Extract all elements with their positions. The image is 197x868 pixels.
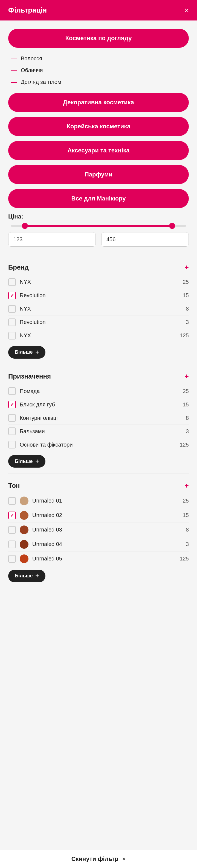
brand-checkbox-1[interactable] xyxy=(8,292,16,299)
tone-item-0: Unrnaled 01 25 xyxy=(8,494,189,508)
brand-checkbox-2[interactable] xyxy=(8,305,16,313)
purpose-label-3: Бальзами xyxy=(20,428,183,435)
sub-item-2: — Догляд за тілом xyxy=(11,76,189,88)
tone-section: Тон + Unrnaled 01 25 Unrnaled 02 15 Unrn… xyxy=(8,482,189,585)
purpose-item-0: Помада 25 xyxy=(8,384,189,398)
purpose-add-icon[interactable]: + xyxy=(185,373,189,380)
purpose-more-icon: + xyxy=(35,458,39,464)
category-btn-2[interactable]: Корейська косметика xyxy=(8,117,189,136)
tone-count-1: 15 xyxy=(183,512,189,518)
brand-count-1: 15 xyxy=(183,292,189,299)
brand-count-4: 125 xyxy=(180,332,189,339)
sub-item-label-2[interactable]: Догляд за тілом xyxy=(21,79,61,85)
tone-checkbox-0[interactable] xyxy=(8,497,16,505)
brand-label-0: NYX xyxy=(20,279,180,285)
sub-item-label-1[interactable]: Обличчя xyxy=(21,67,43,73)
price-label: Ціна: xyxy=(8,213,189,220)
purpose-item-3: Бальзами 3 xyxy=(8,425,189,438)
tone-label-3: Unrnaled 04 xyxy=(32,541,183,547)
reset-label[interactable]: Скинути фільтр xyxy=(72,856,118,863)
tone-checkbox-4[interactable] xyxy=(8,555,16,563)
purpose-checkbox-0[interactable] xyxy=(8,387,16,395)
divider-2 xyxy=(8,364,189,365)
category-btn-4[interactable]: Парфуми xyxy=(8,165,189,184)
brand-title: Бренд xyxy=(8,264,29,271)
brand-label-4: NYX xyxy=(20,332,177,339)
category-btn-3[interactable]: Аксесуари та техніка xyxy=(8,141,189,160)
brand-label-1: Revolution xyxy=(20,292,180,299)
brand-more-label: Більше xyxy=(15,349,33,355)
tone-label-1: Unrnaled 02 xyxy=(32,512,180,518)
purpose-label-2: Контурні олівці xyxy=(20,415,183,421)
brand-section-header: Бренд + xyxy=(8,264,189,271)
tone-more-icon: + xyxy=(35,573,39,579)
purpose-count-3: 3 xyxy=(186,428,189,435)
purpose-item-1: Блиск для губ 15 xyxy=(8,398,189,411)
purpose-title: Призначення xyxy=(8,373,51,380)
brand-count-0: 25 xyxy=(183,279,189,285)
price-max-input[interactable] xyxy=(101,232,189,247)
tone-item-1: Unrnaled 02 15 xyxy=(8,508,189,523)
tone-count-2: 8 xyxy=(186,527,189,533)
tone-item-4: Unrnaled 05 125 xyxy=(8,552,189,566)
filter-content: Косметика по догляду — Волосся — Обличчя… xyxy=(0,21,197,615)
purpose-label-1: Блиск для губ xyxy=(20,402,180,408)
divider-3 xyxy=(8,473,189,474)
tone-swatch-3 xyxy=(20,540,28,549)
purpose-checkbox-2[interactable] xyxy=(8,414,16,422)
tone-section-header: Тон + xyxy=(8,482,189,490)
purpose-count-0: 25 xyxy=(183,388,189,394)
close-icon[interactable]: × xyxy=(185,6,189,14)
tone-more-btn[interactable]: Більше + xyxy=(8,570,46,582)
categories-section: Косметика по догляду — Волосся — Обличчя… xyxy=(8,29,189,208)
tone-swatch-1 xyxy=(20,511,28,520)
category-btn-0[interactable]: Косметика по догляду xyxy=(8,29,189,48)
price-slider-track[interactable] xyxy=(11,225,186,227)
brand-item-4: NYX 125 xyxy=(8,329,189,342)
purpose-section: Призначення + Помада 25 Блиск для губ 15… xyxy=(8,373,189,470)
dash-icon-1: — xyxy=(11,67,17,73)
category-btn-1[interactable]: Декоративна косметика xyxy=(8,93,189,112)
filter-header: Фільтрація × xyxy=(0,0,197,21)
slider-thumb-min[interactable] xyxy=(22,223,28,229)
slider-thumb-max[interactable] xyxy=(169,223,175,229)
brand-add-icon[interactable]: + xyxy=(185,264,189,271)
purpose-checkbox-4[interactable] xyxy=(8,441,16,448)
purpose-item-2: Контурні олівці 8 xyxy=(8,411,189,425)
reset-close-icon[interactable]: × xyxy=(122,856,125,863)
brand-item-3: Revolution 3 xyxy=(8,316,189,329)
tone-checkbox-1[interactable] xyxy=(8,512,16,519)
sub-item-1: — Обличчя xyxy=(11,64,189,76)
brand-item-1: Revolution 15 xyxy=(8,289,189,302)
tone-count-0: 25 xyxy=(183,498,189,504)
tone-title: Тон xyxy=(8,482,20,490)
brand-checkbox-3[interactable] xyxy=(8,318,16,326)
sub-item-label-0[interactable]: Волосся xyxy=(21,56,42,62)
tone-add-icon[interactable]: + xyxy=(185,482,189,490)
tone-checkbox-3[interactable] xyxy=(8,540,16,548)
brand-checkbox-4[interactable] xyxy=(8,332,16,340)
slider-fill xyxy=(25,225,172,227)
tone-item-3: Unrnaled 04 3 xyxy=(8,537,189,552)
tone-item-2: Unrnaled 03 8 xyxy=(8,523,189,537)
brand-item-0: NYX 25 xyxy=(8,276,189,289)
sub-item-0: — Волосся xyxy=(11,53,189,64)
tone-label-2: Unrnaled 03 xyxy=(32,527,183,533)
purpose-count-1: 15 xyxy=(183,402,189,408)
price-min-input[interactable] xyxy=(8,232,96,247)
brand-more-btn[interactable]: Більше + xyxy=(8,346,46,359)
tone-swatch-4 xyxy=(20,554,28,563)
brand-count-3: 3 xyxy=(186,319,189,325)
tone-more-label: Більше xyxy=(15,573,33,579)
dash-icon-2: — xyxy=(11,79,17,85)
brand-section: Бренд + NYX 25 Revolution 15 NYX 8 Revol… xyxy=(8,264,189,361)
purpose-checkbox-1[interactable] xyxy=(8,401,16,408)
purpose-checkbox-3[interactable] xyxy=(8,428,16,435)
purpose-more-btn[interactable]: Більше + xyxy=(8,455,46,468)
reset-bar: Скинути фільтр × xyxy=(0,850,197,868)
tone-checkbox-2[interactable] xyxy=(8,526,16,534)
category-btn-5[interactable]: Все для Манікюру xyxy=(8,189,189,208)
brand-label-2: NYX xyxy=(20,306,183,312)
price-inputs xyxy=(8,232,189,247)
brand-checkbox-0[interactable] xyxy=(8,278,16,286)
